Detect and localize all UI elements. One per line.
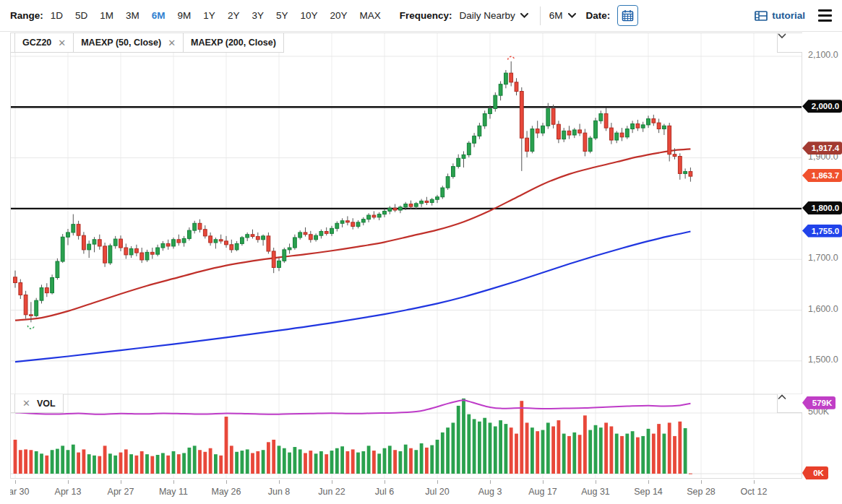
axis-tick-label: 1,600.0 xyxy=(808,304,838,314)
chevron-down-icon xyxy=(568,13,576,18)
time-axis-label: Apr 13 xyxy=(55,487,82,497)
time-axis-tick xyxy=(385,480,385,484)
price-pill-ma200-last: 1,755.0 xyxy=(802,225,842,238)
period-dropdown[interactable]: 6M xyxy=(549,10,576,21)
range-option-5y[interactable]: 5Y xyxy=(276,10,288,21)
time-axis-tick xyxy=(332,480,332,484)
axis-tick-label: 1,500.0 xyxy=(808,355,838,365)
close-icon[interactable]: ✕ xyxy=(168,38,176,48)
volume-pill-oi-line-last: 579K xyxy=(802,396,835,409)
above-high-marker xyxy=(508,56,515,60)
time-axis-label: Apr 27 xyxy=(108,487,134,497)
legend-ma200-chip[interactable]: MAEXP (200, Close) xyxy=(184,33,284,53)
collapse-volume-panel-button[interactable] xyxy=(777,394,802,413)
axis-tick-label: 2,100.0 xyxy=(808,50,838,60)
time-axis: Mar 30Apr 13Apr 27May 11May 26Jun 8Jun 2… xyxy=(10,480,802,504)
range-options: 1D5D1M3M6M9M1Y2Y3Y5Y10Y20YMAX xyxy=(51,10,381,21)
price-pill-last-price: 1,863.7 xyxy=(802,169,842,182)
tutorial-link[interactable]: tutorial xyxy=(755,10,805,21)
chart-area: GCZ20 ✕ MAEXP (50, Close) ✕ MAEXP (200, … xyxy=(0,32,842,504)
time-axis-label: Sep 28 xyxy=(687,487,716,497)
range-option-5d[interactable]: 5D xyxy=(75,10,87,21)
menu-button[interactable] xyxy=(818,7,832,25)
time-axis-tick xyxy=(648,480,649,484)
time-axis-label: Aug 31 xyxy=(581,487,610,497)
time-axis-tick xyxy=(543,480,544,484)
time-axis-label: Jul 6 xyxy=(375,487,394,497)
time-axis-tick xyxy=(279,480,280,484)
range-option-10y[interactable]: 10Y xyxy=(300,10,317,21)
time-axis-tick xyxy=(15,480,16,484)
date-picker-button[interactable] xyxy=(617,5,638,26)
legend-symbol-chip[interactable]: GCZ20 ✕ xyxy=(15,33,74,53)
volume-label: VOL xyxy=(37,399,56,409)
time-axis-label: Oct 12 xyxy=(741,487,768,497)
range-option-20y[interactable]: 20Y xyxy=(330,10,347,21)
candlestick-series xyxy=(14,61,692,322)
ma50-line xyxy=(15,149,690,320)
period-value: 6M xyxy=(549,10,563,21)
collapse-price-panel-button[interactable] xyxy=(777,33,802,53)
chart-legend: GCZ20 ✕ MAEXP (50, Close) ✕ MAEXP (200, … xyxy=(11,33,284,53)
time-axis-tick xyxy=(437,480,438,484)
time-axis-label: Jul 20 xyxy=(425,487,449,497)
range-option-3m[interactable]: 3M xyxy=(126,10,139,21)
time-axis-tick xyxy=(173,480,174,484)
close-icon[interactable]: ✕ xyxy=(22,399,30,408)
time-axis-label: Aug 17 xyxy=(528,487,557,497)
time-axis-tick xyxy=(226,480,227,484)
chart-plot[interactable]: GCZ20 ✕ MAEXP (50, Close) ✕ MAEXP (200, … xyxy=(10,32,802,479)
chevron-up-icon xyxy=(778,394,786,400)
volume-pill-last-volume: 0K xyxy=(802,466,828,479)
time-axis-label: Mar 30 xyxy=(10,487,29,497)
time-axis-label: Jun 8 xyxy=(268,487,291,497)
gridlines xyxy=(11,33,802,478)
ma200-label: MAEXP (200, Close) xyxy=(191,38,276,48)
range-option-3y[interactable]: 3Y xyxy=(252,10,264,21)
range-option-1d[interactable]: 1D xyxy=(51,10,63,21)
divider xyxy=(540,6,541,25)
range-option-max[interactable]: MAX xyxy=(359,10,380,21)
video-tutorial-icon xyxy=(755,11,768,21)
below-low-marker xyxy=(27,326,34,329)
time-axis-tick xyxy=(68,480,69,484)
price-axis: 2,100.01,900.01,700.01,600.01,500.0500K2… xyxy=(802,32,842,479)
range-option-6m[interactable]: 6M xyxy=(152,10,166,21)
chart-canvas[interactable] xyxy=(11,33,802,478)
price-pill-ma50-last: 1,917.4 xyxy=(802,142,842,155)
legend-volume-chip[interactable]: ✕ VOL xyxy=(15,394,64,413)
date-label: Date: xyxy=(586,10,611,21)
volume-bars xyxy=(14,399,692,474)
range-option-2y[interactable]: 2Y xyxy=(228,10,240,21)
time-axis-tick xyxy=(121,480,121,484)
symbol-label: GCZ20 xyxy=(22,38,51,48)
time-axis-tick xyxy=(701,480,702,484)
time-axis-label: Sep 14 xyxy=(634,487,663,497)
time-axis-label: Aug 3 xyxy=(478,487,502,497)
toolbar: Range: 1D5D1M3M6M9M1Y2Y3Y5Y10Y20YMAX Fre… xyxy=(0,0,842,32)
ma200-line xyxy=(15,232,690,362)
close-icon[interactable]: ✕ xyxy=(58,38,66,48)
tutorial-label: tutorial xyxy=(772,10,805,21)
time-axis-tick xyxy=(490,480,491,484)
range-label: Range: xyxy=(10,10,43,21)
chevron-down-icon xyxy=(520,13,528,18)
chevron-down-icon xyxy=(778,33,786,39)
time-axis-tick xyxy=(596,480,596,484)
time-axis-label: Jun 22 xyxy=(318,487,345,497)
price-pill-horizontal-line: 1,800.0 xyxy=(802,201,842,214)
frequency-value: Daily Nearby xyxy=(460,10,515,21)
legend-ma50-chip[interactable]: MAEXP (50, Close) ✕ xyxy=(74,33,184,53)
time-axis-tick xyxy=(754,480,755,484)
range-option-1y[interactable]: 1Y xyxy=(203,10,215,21)
calendar-icon xyxy=(622,9,634,22)
axis-tick-label: 1,700.0 xyxy=(808,253,838,263)
open-interest-line xyxy=(15,400,690,414)
range-option-1m[interactable]: 1M xyxy=(100,10,113,21)
volume-legend: ✕ VOL xyxy=(11,394,64,413)
range-option-9m[interactable]: 9M xyxy=(178,10,192,21)
menu-icon xyxy=(818,9,832,12)
frequency-dropdown[interactable]: Daily Nearby xyxy=(460,10,528,21)
frequency-label: Frequency: xyxy=(400,10,452,21)
price-pill-horizontal-line: 2,000.0 xyxy=(802,100,842,113)
